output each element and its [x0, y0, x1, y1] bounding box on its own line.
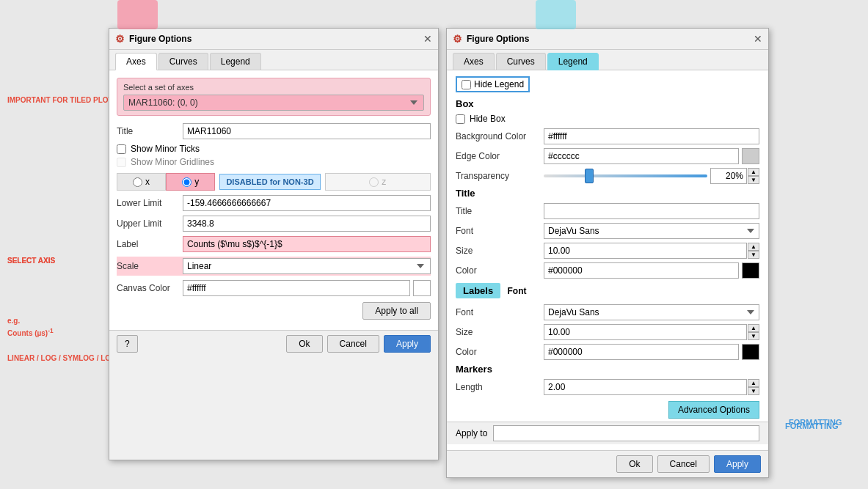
- show-minor-ticks-checkbox[interactable]: [117, 144, 126, 154]
- transparency-row: Transparency ▲ ▼: [456, 168, 759, 184]
- length-input[interactable]: [544, 379, 747, 395]
- canvas-color-swatch[interactable]: [413, 280, 431, 296]
- tab-legend-left[interactable]: Legend: [210, 53, 261, 70]
- scale-select[interactable]: Linear Log Symlog Logit: [183, 258, 431, 274]
- upper-limit-row: Upper Limit: [117, 216, 431, 232]
- labels-color-label: Color: [456, 347, 544, 357]
- slider-track: [544, 174, 707, 177]
- bg-color-input[interactable]: [544, 128, 759, 144]
- tab-axes-right[interactable]: Axes: [453, 53, 495, 70]
- tab-legend-right[interactable]: Legend: [547, 53, 599, 70]
- axis-y-button[interactable]: y: [166, 173, 215, 191]
- right-dialog-title: Figure Options: [467, 34, 529, 44]
- scale-row: Scale Linear Log Symlog Logit: [117, 257, 431, 276]
- right-size-label: Size: [456, 246, 544, 256]
- advanced-options-button[interactable]: Advanced Options: [668, 401, 759, 419]
- right-color-input[interactable]: [544, 262, 739, 279]
- hide-legend-row: Hide Legend: [456, 76, 759, 92]
- size-spin-up[interactable]: ▲: [748, 243, 759, 251]
- title-color-swatch[interactable]: [742, 262, 759, 279]
- axis-label-input[interactable]: [183, 236, 431, 252]
- axes-dropdown[interactable]: MAR11060: (0, 0): [123, 95, 424, 111]
- spin-down[interactable]: ▼: [748, 176, 759, 184]
- left-dialog-titlebar: ⚙ Figure Options ✕: [109, 29, 438, 50]
- size-spin-arrows: ▲ ▼: [748, 243, 759, 259]
- annotation-important-tiled: IMPORTANT FOR TILED PLOTS: [7, 95, 117, 106]
- cancel-button-left[interactable]: Cancel: [327, 335, 379, 353]
- title-input[interactable]: [183, 123, 431, 139]
- cyan-highlight-blob: [536, 0, 576, 29]
- apply-to-section: Apply to: [447, 422, 768, 444]
- title-label: Title: [117, 126, 183, 136]
- markers-section-title: Markers: [456, 364, 759, 375]
- left-dialog-close-button[interactable]: ✕: [423, 33, 432, 45]
- ok-button-right[interactable]: Ok: [616, 455, 652, 473]
- axis-y-label: y: [194, 177, 199, 187]
- annotation-select-axis-label: SELECT AXIS: [7, 257, 55, 265]
- tab-axes-left[interactable]: Axes: [115, 53, 157, 70]
- canvas-color-input[interactable]: [183, 280, 410, 296]
- ok-button-left[interactable]: Ok: [286, 335, 322, 353]
- show-minor-ticks-row: Show Minor Ticks: [117, 144, 431, 154]
- edge-color-input[interactable]: [544, 148, 739, 164]
- lower-limit-input[interactable]: [183, 195, 431, 211]
- labels-size-spin-down[interactable]: ▼: [748, 332, 759, 340]
- lower-limit-label: Lower Limit: [117, 198, 183, 208]
- canvas-color-label: Canvas Color: [117, 283, 183, 293]
- right-dialog-close-button[interactable]: ✕: [754, 33, 762, 45]
- axis-x-button[interactable]: x: [117, 173, 166, 191]
- labels-size-spin-arrows: ▲ ▼: [748, 324, 759, 340]
- spin-up[interactable]: ▲: [748, 168, 759, 176]
- tab-curves-left[interactable]: Curves: [158, 53, 208, 70]
- labels-size-spin-up[interactable]: ▲: [748, 324, 759, 332]
- apply-to-all-button[interactable]: Apply to all: [362, 302, 431, 320]
- axis-y-radio[interactable]: [182, 177, 192, 187]
- apply-button-left[interactable]: Apply: [384, 335, 431, 353]
- disabled-label: DISABLED for NON-3D: [219, 174, 320, 190]
- labels-font-row: Font DejaVu Sans: [456, 304, 759, 320]
- hide-legend-checkbox[interactable]: [462, 80, 471, 89]
- labels-size-input[interactable]: [544, 324, 747, 340]
- bg-color-row: Background Color: [456, 128, 759, 144]
- upper-limit-input[interactable]: [183, 216, 431, 232]
- help-button-left[interactable]: ?: [117, 335, 138, 353]
- length-spin-down[interactable]: ▼: [748, 387, 759, 395]
- labels-color-swatch[interactable]: [742, 344, 759, 360]
- labels-font-select[interactable]: DejaVu Sans: [544, 304, 759, 320]
- length-spin-up[interactable]: ▲: [748, 379, 759, 387]
- right-font-row: Font DejaVu Sans: [456, 223, 759, 239]
- apply-to-label: Apply to: [456, 428, 487, 438]
- slider-thumb[interactable]: [585, 169, 594, 183]
- edge-color-swatch[interactable]: [742, 148, 759, 164]
- transparency-spinbox[interactable]: [710, 168, 747, 184]
- transparency-spin-arrows: ▲ ▼: [748, 168, 759, 184]
- right-title-row: Title: [456, 203, 759, 219]
- right-tab-bar: Axes Curves Legend: [447, 50, 768, 70]
- box-section-title: Box: [456, 98, 759, 109]
- cancel-button-right[interactable]: Cancel: [657, 455, 710, 473]
- axis-label-label: Label: [117, 239, 183, 249]
- apply-button-right[interactable]: Apply: [714, 455, 761, 473]
- hide-box-checkbox[interactable]: [456, 114, 465, 124]
- right-size-input[interactable]: [544, 243, 747, 259]
- show-minor-gridlines-row: Show Minor Gridlines: [117, 157, 431, 167]
- show-minor-ticks-label: Show Minor Ticks: [131, 144, 200, 154]
- size-spin-down[interactable]: ▼: [748, 251, 759, 259]
- right-dialog-content: Hide Legend Box Hide Box Background Colo…: [447, 70, 768, 450]
- upper-limit-label: Upper Limit: [117, 218, 183, 229]
- edge-color-label: Edge Color: [456, 151, 544, 161]
- labels-size-row: Size ▲ ▼: [456, 324, 759, 340]
- right-font-select[interactable]: DejaVu Sans: [544, 223, 759, 239]
- show-minor-gridlines-checkbox[interactable]: [117, 158, 126, 167]
- annotation-formatting-label: FORMATTING: [785, 422, 839, 430]
- axis-x-radio[interactable]: [133, 177, 142, 187]
- labels-color-row: Color: [456, 344, 759, 360]
- transparency-slider[interactable]: [544, 168, 707, 184]
- right-title-input[interactable]: [544, 203, 759, 219]
- lower-limit-row: Lower Limit: [117, 195, 431, 211]
- labels-color-input[interactable]: [544, 344, 739, 360]
- apply-to-input[interactable]: [493, 425, 759, 441]
- tab-curves-right[interactable]: Curves: [496, 53, 546, 70]
- right-font-label: Font: [456, 226, 544, 236]
- labels-font-label: Font: [456, 307, 544, 317]
